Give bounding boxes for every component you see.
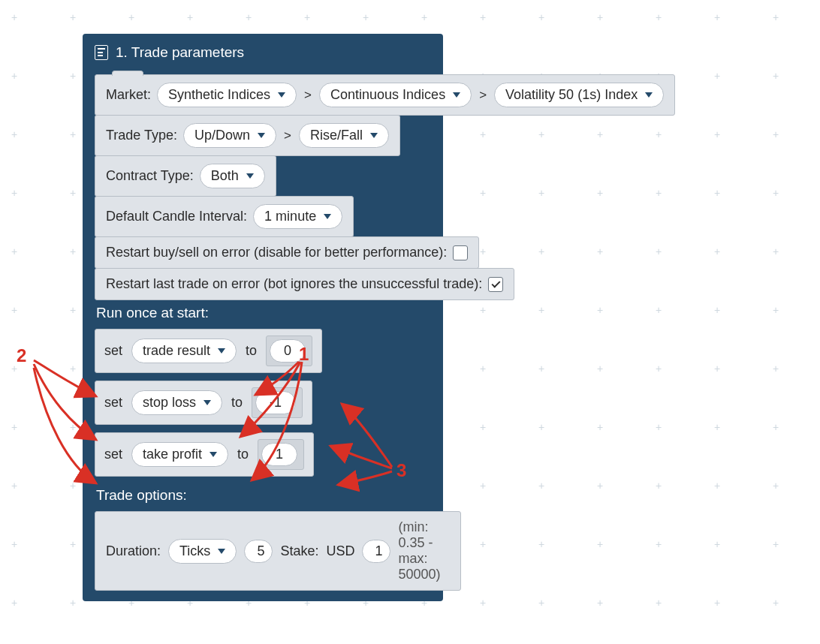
chevron-down-icon [645, 92, 653, 98]
restart-last-row: Restart last trade on error (bot ignores… [95, 268, 514, 300]
trade-type-level2-text: Rise/Fall [310, 128, 363, 143]
run-once-label: Run once at start: [83, 300, 443, 329]
market-level2-dropdown[interactable]: Continuous Indices [319, 83, 472, 107]
to-keyword: to [231, 395, 243, 411]
trade-type-level2-dropdown[interactable]: Rise/Fall [299, 123, 389, 148]
var-name-text: stop loss [143, 395, 196, 411]
trade-type-label: Trade Type: [106, 128, 177, 143]
to-keyword: to [237, 447, 249, 462]
candle-interval-row: Default Candle Interval: 1 minute [95, 196, 354, 237]
var-name-dropdown-0[interactable]: trade result [131, 339, 237, 363]
chevron-down-icon [278, 92, 285, 98]
restart-error-row: Restart buy/sell on error (disable for b… [95, 236, 479, 269]
trade-type-row: Trade Type: Up/Down > Rise/Fall [95, 115, 400, 156]
market-level2-text: Continuous Indices [330, 87, 445, 103]
contract-type-dropdown[interactable]: Both [200, 164, 265, 188]
block-title: 1. Trade parameters [116, 44, 244, 61]
annotation-label-3: 3 [396, 460, 406, 481]
candle-interval-label: Default Candle Interval: [106, 209, 247, 224]
trade-type-level1-text: Up/Down [194, 128, 250, 143]
breadcrumb-separator: > [282, 128, 293, 143]
candle-interval-dropdown[interactable]: 1 minute [253, 204, 342, 229]
set-var-row-2[interactable]: set take profit to 1 [95, 432, 314, 477]
stake-label: Stake: [280, 543, 318, 559]
value-input-2[interactable]: 1 [261, 443, 297, 466]
to-keyword: to [246, 343, 257, 359]
set-var-row-0[interactable]: set trade result to 0 [95, 329, 322, 373]
restart-last-checkbox[interactable] [488, 277, 503, 292]
currency-label: USD [326, 543, 354, 559]
breadcrumb-separator: > [478, 88, 488, 103]
var-name-text: take profit [143, 447, 202, 462]
restart-error-label: Restart buy/sell on error (disable for b… [106, 245, 447, 260]
annotation-label-1: 1 [299, 344, 309, 365]
set-keyword: set [104, 447, 122, 462]
trade-options-row: Duration: Ticks 5 Stake: USD 1 (min: 0.3… [95, 511, 461, 591]
market-level1-dropdown[interactable]: Synthetic Indices [157, 83, 297, 107]
var-name-text: trade result [143, 343, 210, 359]
candle-interval-text: 1 minute [264, 209, 316, 224]
trade-options-label: Trade options: [83, 484, 443, 511]
contract-type-text: Both [211, 168, 239, 184]
set-keyword: set [104, 395, 122, 411]
duration-unit-dropdown[interactable]: Ticks [168, 539, 237, 564]
stake-limits-text: (min: 0.35 - max: 50000) [398, 519, 449, 582]
value-slot-1[interactable]: -1 [252, 387, 303, 418]
restart-last-label: Restart last trade on error (bot ignores… [106, 276, 482, 292]
restart-error-checkbox[interactable] [453, 245, 468, 260]
value-input-1[interactable]: -1 [255, 391, 296, 414]
chevron-down-icon [370, 133, 378, 138]
block-header: 1. Trade parameters [83, 34, 443, 74]
annotation-label-2: 2 [17, 345, 26, 366]
chevron-down-icon [210, 452, 217, 457]
trade-type-level1-dropdown[interactable]: Up/Down [183, 123, 276, 148]
duration-unit-text: Ticks [179, 543, 210, 559]
clipboard-icon [95, 45, 108, 60]
duration-label: Duration: [106, 543, 161, 559]
market-level1-text: Synthetic Indices [168, 87, 270, 103]
contract-type-row: Contract Type: Both [95, 155, 276, 197]
breadcrumb-separator: > [303, 88, 313, 103]
checkmark-icon [491, 278, 500, 287]
stake-value-input[interactable]: 1 [362, 540, 390, 563]
market-label: Market: [106, 87, 151, 103]
set-keyword: set [104, 343, 122, 359]
market-row: Market: Synthetic Indices > Continuous I… [95, 74, 675, 116]
chevron-down-icon [218, 549, 225, 554]
chevron-down-icon [218, 348, 225, 354]
var-name-dropdown-2[interactable]: take profit [131, 442, 228, 467]
chevron-down-icon [324, 214, 331, 219]
chevron-down-icon [203, 400, 211, 405]
chevron-down-icon [246, 173, 254, 179]
duration-value-input[interactable]: 5 [244, 540, 273, 563]
chevron-down-icon [258, 133, 265, 138]
chevron-down-icon [453, 92, 460, 98]
set-var-row-1[interactable]: set stop loss to -1 [95, 381, 312, 425]
value-slot-2[interactable]: 1 [258, 439, 304, 470]
market-level3-dropdown[interactable]: Volatility 50 (1s) Index [494, 83, 664, 107]
market-level3-text: Volatility 50 (1s) Index [505, 87, 638, 103]
contract-type-label: Contract Type: [106, 168, 194, 184]
trade-parameters-block: 1. Trade parameters Market: Synthetic In… [83, 34, 443, 601]
var-name-dropdown-1[interactable]: stop loss [131, 390, 222, 415]
